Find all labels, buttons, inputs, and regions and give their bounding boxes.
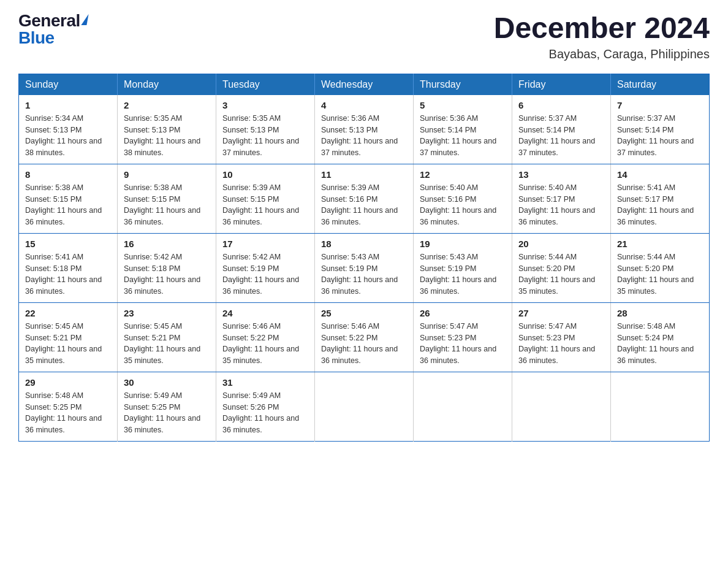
day-info: Sunrise: 5:38 AMSunset: 5:15 PMDaylight:…	[25, 182, 111, 228]
table-row: 14Sunrise: 5:41 AMSunset: 5:17 PMDayligh…	[611, 164, 710, 233]
calendar-week-4: 22Sunrise: 5:45 AMSunset: 5:21 PMDayligh…	[19, 302, 710, 372]
table-row: 15Sunrise: 5:41 AMSunset: 5:18 PMDayligh…	[19, 233, 118, 302]
col-monday: Monday	[118, 74, 216, 95]
table-row: 9Sunrise: 5:38 AMSunset: 5:15 PMDaylight…	[118, 164, 216, 233]
day-info: Sunrise: 5:35 AMSunset: 5:13 PMDaylight:…	[222, 113, 308, 159]
day-info: Sunrise: 5:46 AMSunset: 5:22 PMDaylight:…	[321, 321, 407, 367]
logo: General Blue	[18, 12, 88, 47]
table-row: 18Sunrise: 5:43 AMSunset: 5:19 PMDayligh…	[315, 233, 414, 302]
day-info: Sunrise: 5:36 AMSunset: 5:14 PMDaylight:…	[420, 113, 506, 159]
table-row: 22Sunrise: 5:45 AMSunset: 5:21 PMDayligh…	[19, 302, 118, 372]
logo-blue-text: Blue	[18, 29, 55, 47]
day-number: 22	[25, 308, 111, 318]
day-number: 14	[617, 169, 703, 180]
day-number: 7	[617, 100, 703, 110]
month-title: December 2024	[494, 12, 710, 45]
day-number: 28	[617, 308, 703, 318]
day-info: Sunrise: 5:49 AMSunset: 5:26 PMDaylight:…	[222, 390, 308, 436]
day-number: 21	[617, 239, 703, 249]
table-row: 27Sunrise: 5:47 AMSunset: 5:23 PMDayligh…	[512, 302, 611, 372]
day-info: Sunrise: 5:37 AMSunset: 5:14 PMDaylight:…	[617, 113, 703, 159]
day-info: Sunrise: 5:43 AMSunset: 5:19 PMDaylight:…	[321, 251, 407, 297]
col-wednesday: Wednesday	[315, 74, 414, 95]
table-row: 6Sunrise: 5:37 AMSunset: 5:14 PMDaylight…	[512, 95, 611, 164]
table-row: 1Sunrise: 5:34 AMSunset: 5:13 PMDaylight…	[19, 95, 118, 164]
day-number: 13	[518, 169, 604, 180]
calendar-header-row: Sunday Monday Tuesday Wednesday Thursday…	[19, 74, 710, 95]
table-row: 24Sunrise: 5:46 AMSunset: 5:22 PMDayligh…	[216, 302, 315, 372]
location-text: Bayabas, Caraga, Philippines	[494, 47, 710, 61]
day-number: 8	[25, 169, 111, 180]
logo-general-text: General	[18, 12, 80, 29]
day-info: Sunrise: 5:47 AMSunset: 5:23 PMDaylight:…	[518, 321, 604, 367]
table-row: 13Sunrise: 5:40 AMSunset: 5:17 PMDayligh…	[512, 164, 611, 233]
table-row: 25Sunrise: 5:46 AMSunset: 5:22 PMDayligh…	[315, 302, 414, 372]
day-info: Sunrise: 5:45 AMSunset: 5:21 PMDaylight:…	[25, 321, 111, 367]
day-info: Sunrise: 5:35 AMSunset: 5:13 PMDaylight:…	[124, 113, 210, 159]
table-row: 11Sunrise: 5:39 AMSunset: 5:16 PMDayligh…	[315, 164, 414, 233]
day-number: 24	[222, 308, 308, 318]
day-number: 2	[124, 100, 210, 110]
day-number: 6	[518, 100, 604, 110]
day-number: 23	[124, 308, 210, 318]
day-info: Sunrise: 5:36 AMSunset: 5:13 PMDaylight:…	[321, 113, 407, 159]
table-row: 23Sunrise: 5:45 AMSunset: 5:21 PMDayligh…	[118, 302, 216, 372]
day-number: 29	[25, 377, 111, 388]
calendar-week-5: 29Sunrise: 5:48 AMSunset: 5:25 PMDayligh…	[19, 372, 710, 441]
day-number: 3	[222, 100, 308, 110]
table-row: 17Sunrise: 5:42 AMSunset: 5:19 PMDayligh…	[216, 233, 315, 302]
calendar-week-2: 8Sunrise: 5:38 AMSunset: 5:15 PMDaylight…	[19, 164, 710, 233]
day-number: 10	[222, 169, 308, 180]
table-row: 5Sunrise: 5:36 AMSunset: 5:14 PMDaylight…	[414, 95, 512, 164]
day-number: 26	[420, 308, 506, 318]
calendar-week-1: 1Sunrise: 5:34 AMSunset: 5:13 PMDaylight…	[19, 95, 710, 164]
day-number: 16	[124, 239, 210, 249]
day-info: Sunrise: 5:40 AMSunset: 5:16 PMDaylight:…	[420, 182, 506, 228]
day-info: Sunrise: 5:49 AMSunset: 5:25 PMDaylight:…	[124, 390, 210, 436]
day-info: Sunrise: 5:34 AMSunset: 5:13 PMDaylight:…	[25, 113, 111, 159]
header-right: December 2024 Bayabas, Caraga, Philippin…	[494, 12, 710, 61]
day-info: Sunrise: 5:37 AMSunset: 5:14 PMDaylight:…	[518, 113, 604, 159]
table-row: 10Sunrise: 5:39 AMSunset: 5:15 PMDayligh…	[216, 164, 315, 233]
day-number: 31	[222, 377, 308, 388]
day-info: Sunrise: 5:41 AMSunset: 5:17 PMDaylight:…	[617, 182, 703, 228]
day-number: 9	[124, 169, 210, 180]
day-info: Sunrise: 5:47 AMSunset: 5:23 PMDaylight:…	[420, 321, 506, 367]
day-number: 1	[25, 100, 111, 110]
table-row: 3Sunrise: 5:35 AMSunset: 5:13 PMDaylight…	[216, 95, 315, 164]
table-row: 28Sunrise: 5:48 AMSunset: 5:24 PMDayligh…	[611, 302, 710, 372]
calendar-week-3: 15Sunrise: 5:41 AMSunset: 5:18 PMDayligh…	[19, 233, 710, 302]
day-number: 19	[420, 239, 506, 249]
day-number: 12	[420, 169, 506, 180]
table-row: 7Sunrise: 5:37 AMSunset: 5:14 PMDaylight…	[611, 95, 710, 164]
day-info: Sunrise: 5:48 AMSunset: 5:25 PMDaylight:…	[25, 390, 111, 436]
day-number: 5	[420, 100, 506, 110]
table-row: 8Sunrise: 5:38 AMSunset: 5:15 PMDaylight…	[19, 164, 118, 233]
table-row: 20Sunrise: 5:44 AMSunset: 5:20 PMDayligh…	[512, 233, 611, 302]
table-row: 30Sunrise: 5:49 AMSunset: 5:25 PMDayligh…	[118, 372, 216, 441]
table-row: 12Sunrise: 5:40 AMSunset: 5:16 PMDayligh…	[414, 164, 512, 233]
day-info: Sunrise: 5:43 AMSunset: 5:19 PMDaylight:…	[420, 251, 506, 297]
table-row: 21Sunrise: 5:44 AMSunset: 5:20 PMDayligh…	[611, 233, 710, 302]
day-info: Sunrise: 5:46 AMSunset: 5:22 PMDaylight:…	[222, 321, 308, 367]
day-number: 4	[321, 100, 407, 110]
day-number: 30	[124, 377, 210, 388]
day-number: 27	[518, 308, 604, 318]
day-info: Sunrise: 5:42 AMSunset: 5:18 PMDaylight:…	[124, 251, 210, 297]
col-tuesday: Tuesday	[216, 74, 315, 95]
day-number: 20	[518, 239, 604, 249]
col-friday: Friday	[512, 74, 611, 95]
day-number: 17	[222, 239, 308, 249]
col-thursday: Thursday	[414, 74, 512, 95]
col-saturday: Saturday	[611, 74, 710, 95]
day-info: Sunrise: 5:48 AMSunset: 5:24 PMDaylight:…	[617, 321, 703, 367]
day-info: Sunrise: 5:38 AMSunset: 5:15 PMDaylight:…	[124, 182, 210, 228]
table-row	[414, 372, 512, 441]
day-info: Sunrise: 5:45 AMSunset: 5:21 PMDaylight:…	[124, 321, 210, 367]
table-row: 26Sunrise: 5:47 AMSunset: 5:23 PMDayligh…	[414, 302, 512, 372]
table-row: 2Sunrise: 5:35 AMSunset: 5:13 PMDaylight…	[118, 95, 216, 164]
table-row: 16Sunrise: 5:42 AMSunset: 5:18 PMDayligh…	[118, 233, 216, 302]
day-number: 18	[321, 239, 407, 249]
table-row	[512, 372, 611, 441]
calendar-table: Sunday Monday Tuesday Wednesday Thursday…	[18, 74, 710, 442]
